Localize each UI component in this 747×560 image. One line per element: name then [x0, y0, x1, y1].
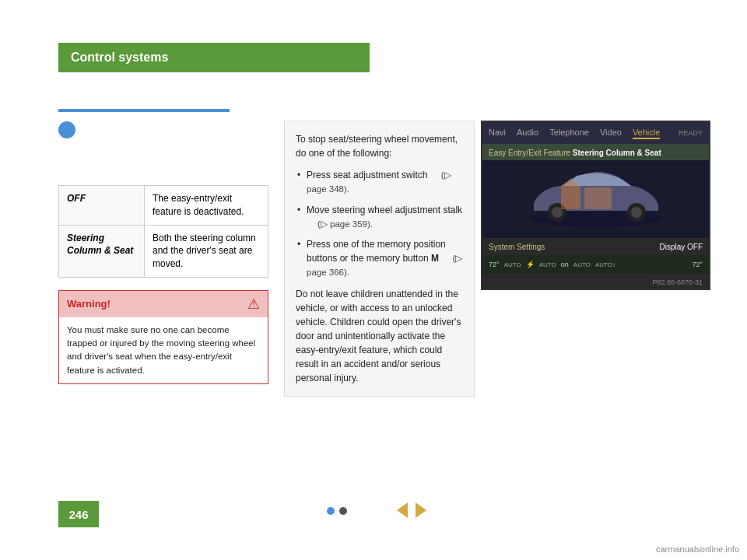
previous-arrow-icon[interactable]: [397, 502, 408, 518]
nav-item-audio: Audio: [517, 128, 538, 139]
svg-point-2: [552, 207, 563, 218]
feature-name: Steering Column & Seat: [573, 149, 661, 157]
page-title: Control systems: [71, 51, 168, 65]
warning-text: You must make sure no one can become tra…: [59, 317, 268, 383]
page-number: 246: [68, 508, 88, 521]
climate-on: on: [561, 261, 569, 268]
climate-auto1: AUTO: [504, 261, 521, 268]
middle-panel: To stop seat/steering wheel movement, do…: [284, 121, 475, 397]
table-row: Steering Column & Seat Both the steering…: [59, 225, 268, 277]
car-illustration: [518, 164, 674, 234]
blue-circle-bullet: [58, 121, 75, 138]
navigation-arrows[interactable]: [397, 502, 426, 518]
display-off-label: Display OFF: [659, 243, 703, 251]
header-bar: Control systems: [58, 43, 370, 72]
warning-triangle-icon: ⚠: [247, 296, 260, 313]
page-number-box: 246: [58, 501, 99, 527]
list-item: Press seat adjustment switch (▷ page 348…: [296, 168, 463, 197]
ready-indicator: READY: [679, 129, 703, 137]
table-cell-label: Steering Column & Seat: [59, 225, 145, 277]
list-item: Press one of the memory position buttons…: [296, 237, 463, 280]
feature-table: OFF The easy-entry/exit feature is deact…: [58, 185, 268, 278]
blue-divider-line: [58, 109, 230, 112]
nav-item-video: Video: [600, 128, 622, 139]
watermark: carmanualsonline.info: [656, 544, 739, 554]
climate-bar: 72° AUTO ⚡ AUTO on AUTO AUTO↕ 72°: [482, 255, 709, 274]
nav-item-telephone: Telephone: [549, 128, 589, 139]
car-image-area: [482, 160, 709, 238]
intro-text: To stop seat/steering wheel movement, do…: [296, 132, 463, 160]
safety-warning-text: Do not leave children unattended in the …: [296, 287, 463, 385]
nav-items: Navi Audio Telephone Video Vehicle: [489, 128, 660, 139]
list-item-text: Press seat adjustment switch: [307, 170, 427, 180]
climate-auto3: AUTO: [573, 261, 591, 268]
warning-box: Warning! ⚠ You must make sure no one can…: [58, 290, 268, 384]
nav-dot-2: [339, 507, 347, 515]
table-cell-label: OFF: [59, 186, 145, 226]
navigation-dots: [327, 507, 347, 515]
nav-item-navi: Navi: [489, 128, 506, 139]
climate-auto2: AUTO: [539, 261, 556, 268]
warning-header: Warning! ⚠: [59, 291, 268, 317]
reference-number: P82.86-6676-31: [652, 278, 703, 286]
svg-rect-5: [584, 187, 612, 209]
system-settings-bar: System Settings Display OFF: [482, 238, 709, 255]
list-item-text: Move steering wheel adjustment stalk: [307, 205, 462, 215]
display-nav-bar: Navi Audio Telephone Video Vehicle READY: [482, 122, 709, 144]
climate-auto4: AUTO↕: [595, 261, 615, 268]
table-row: OFF The easy-entry/exit feature is deact…: [59, 186, 268, 226]
table-cell-value: The easy-entry/exit feature is deactivat…: [145, 186, 268, 226]
list-item-sub: (▷ page 359).: [307, 219, 373, 229]
table-cell-value: Both the steering column and the driver'…: [145, 225, 268, 277]
display-bottom: P82.86-6676-31: [482, 274, 709, 289]
display-panel: Navi Audio Telephone Video Vehicle READY…: [481, 121, 710, 290]
temp-left: 72°: [489, 261, 500, 268]
list-item: Move steering wheel adjustment stalk (▷ …: [296, 203, 463, 231]
nav-dot-1: [327, 507, 335, 515]
system-settings-label: System Settings: [489, 243, 545, 251]
left-panel: OFF The easy-entry/exit feature is deact…: [58, 109, 276, 384]
warning-title: Warning!: [67, 298, 110, 310]
next-arrow-icon[interactable]: [416, 502, 426, 518]
feature-bar: Easy Entry/Exit Feature Steering Column …: [482, 144, 709, 160]
list-item-text: Press one of the memory position buttons…: [307, 239, 446, 264]
climate-icon1: ⚡: [526, 261, 535, 268]
temp-right: 72°: [692, 261, 703, 268]
nav-item-vehicle: Vehicle: [633, 128, 660, 139]
feature-label: Easy Entry/Exit Feature: [489, 149, 573, 157]
bullet-list: Press seat adjustment switch (▷ page 348…: [296, 168, 463, 279]
svg-point-4: [631, 207, 642, 218]
